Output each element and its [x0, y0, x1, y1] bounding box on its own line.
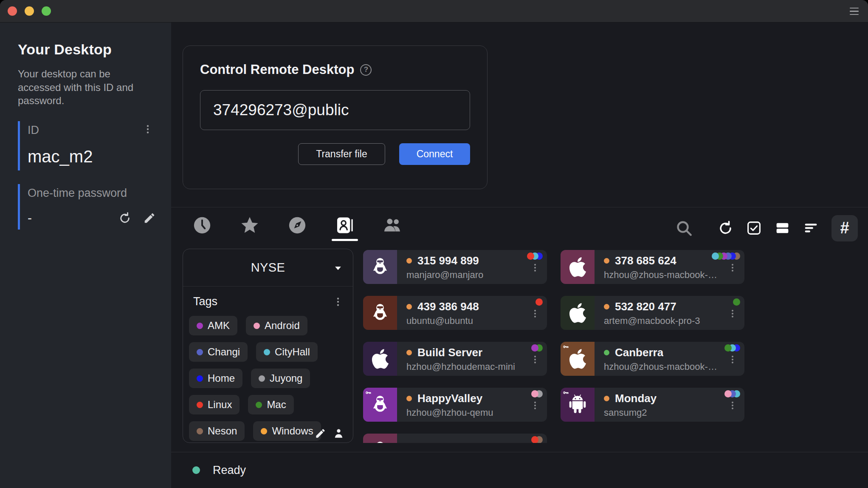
tux-icon	[369, 302, 391, 324]
tag-label: Mac	[267, 399, 286, 411]
tag-label: Linux	[208, 399, 232, 411]
tag-chip-changi[interactable]: Changi	[189, 342, 248, 362]
star-icon	[240, 216, 259, 235]
device-card[interactable]: 532 820 477artem@macbook-pro-3	[561, 296, 744, 330]
tag-chip-cityhall[interactable]: CityHall	[256, 342, 318, 362]
device-more-menu-icon[interactable]	[727, 353, 738, 366]
menu-icon[interactable]	[850, 8, 859, 15]
control-remote-desktop-card: Control Remote Desktop ? Transfer file C…	[183, 45, 488, 189]
tag-color-dot	[197, 428, 203, 434]
tag-label: Changi	[208, 346, 240, 358]
tag-label: Android	[265, 320, 300, 332]
id-label: ID	[28, 124, 156, 137]
device-username: hzhou@zhous-macbook-…	[604, 270, 717, 281]
device-card[interactable]: Canberrahzhou@zhous-macbook-…	[561, 342, 744, 376]
tab-recent-sessions[interactable]	[189, 216, 215, 241]
tag-chip-windows[interactable]: Windows	[253, 421, 321, 441]
otp-value: -	[28, 211, 32, 225]
minimize-window-button[interactable]	[25, 6, 34, 16]
device-more-menu-icon[interactable]	[727, 261, 738, 274]
main-area: Control Remote Desktop ? Transfer file C…	[171, 23, 868, 488]
search-button[interactable]	[675, 219, 693, 237]
tag-chip-juyong[interactable]: Juyong	[251, 369, 310, 388]
device-username: hzhou@hzhoudemac-mini	[406, 361, 520, 372]
device-username: artem@macbook-pro-3	[604, 315, 717, 326]
address-book-selector[interactable]: NYSE	[183, 249, 353, 287]
otp-block: One-time password -	[18, 184, 156, 230]
tag-color-dot	[197, 323, 203, 329]
apple-icon	[569, 256, 586, 278]
refresh-button[interactable]	[718, 220, 733, 236]
tag-chip-amk[interactable]: AMK	[189, 316, 237, 335]
regenerate-password-icon[interactable]	[118, 212, 131, 224]
refresh-icon	[718, 220, 733, 236]
device-os-tile	[363, 342, 397, 376]
id-value: mac_m2	[28, 147, 156, 166]
tab-group[interactable]	[379, 216, 406, 241]
tabs-toolbar-row: #	[171, 207, 868, 249]
tab-favorites[interactable]	[237, 216, 263, 241]
tag-chip-linux[interactable]: Linux	[189, 395, 240, 414]
sort-button[interactable]	[803, 220, 819, 236]
device-card[interactable]: Mondaysansumg2	[561, 388, 744, 422]
add-person-icon[interactable]	[333, 428, 344, 439]
tag-label: Windows	[272, 425, 313, 437]
tab-discovered[interactable]	[284, 216, 310, 241]
transfer-file-button[interactable]: Transfer file	[298, 143, 385, 165]
address-book-icon	[335, 216, 355, 235]
device-name: 378 685 624	[615, 254, 676, 267]
traffic-lights	[8, 6, 51, 16]
apple-icon	[569, 302, 586, 324]
device-card[interactable]: Build Serverhzhou@hzhoudemac-mini	[363, 342, 547, 376]
maximize-window-button[interactable]	[42, 6, 51, 16]
tag-label: AMK	[208, 320, 230, 332]
toolbar: #	[675, 215, 858, 241]
sidebar-description: Your desktop can be accessed with this I…	[18, 67, 156, 108]
device-more-menu-icon[interactable]	[530, 261, 540, 274]
device-more-menu-icon[interactable]	[727, 399, 738, 412]
titlebar	[0, 0, 868, 23]
device-card[interactable]: 315 994 899manjaro@manjaro	[363, 250, 547, 284]
edit-tag-icon[interactable]	[315, 428, 326, 439]
device-os-tile	[363, 434, 397, 443]
device-name: 315 994 899	[417, 254, 479, 267]
tag-color-dot	[259, 375, 265, 382]
grid-view-button[interactable]: #	[831, 215, 858, 241]
device-username: sansumg2	[604, 407, 717, 418]
device-card[interactable]: HappyValleyhzhou@hzhou-qemu	[363, 388, 547, 422]
device-card[interactable]: Pek	[363, 434, 547, 443]
edit-password-icon[interactable]	[143, 212, 156, 224]
list-view-button[interactable]	[775, 220, 790, 236]
device-card[interactable]: 439 386 948ubuntu@ubuntu	[363, 296, 547, 330]
app-window: Your Desktop Your desktop can be accesse…	[0, 0, 868, 488]
device-tag-dots	[727, 390, 740, 397]
close-window-button[interactable]	[8, 6, 17, 16]
remote-id-input[interactable]	[200, 90, 470, 130]
device-status-dot	[604, 304, 609, 309]
select-button[interactable]	[746, 220, 762, 236]
device-more-menu-icon[interactable]	[530, 307, 540, 320]
tag-chip-home[interactable]: Home	[189, 369, 242, 388]
device-more-menu-icon[interactable]	[727, 307, 738, 320]
tag-chip-mac[interactable]: Mac	[248, 395, 293, 414]
device-more-menu-icon[interactable]	[530, 353, 540, 366]
device-more-menu-icon[interactable]	[530, 399, 540, 412]
device-card[interactable]: 378 685 624hzhou@zhous-macbook-…	[561, 250, 744, 284]
device-tag-dots	[534, 390, 543, 397]
tag-chip-android[interactable]: Android	[246, 316, 307, 335]
tab-address-book[interactable]	[332, 216, 358, 241]
id-more-menu-icon[interactable]	[142, 124, 153, 135]
device-os-tile	[363, 296, 397, 330]
device-tag-dots	[534, 344, 543, 352]
tag-chip-neson[interactable]: Neson	[189, 421, 245, 441]
address-book-panel: NYSE Tags AMKAndroidChangiCityHallHomeJu…	[183, 249, 353, 443]
tab-underline	[237, 239, 263, 241]
apple-icon	[371, 348, 389, 370]
compass-icon	[287, 216, 307, 235]
tags-more-menu-icon[interactable]	[333, 296, 344, 307]
device-name: Canberra	[615, 346, 663, 359]
device-name: HappyValley	[417, 392, 482, 405]
connect-button[interactable]: Connect	[399, 143, 470, 165]
key-icon	[562, 389, 569, 396]
help-icon[interactable]: ?	[360, 64, 372, 76]
